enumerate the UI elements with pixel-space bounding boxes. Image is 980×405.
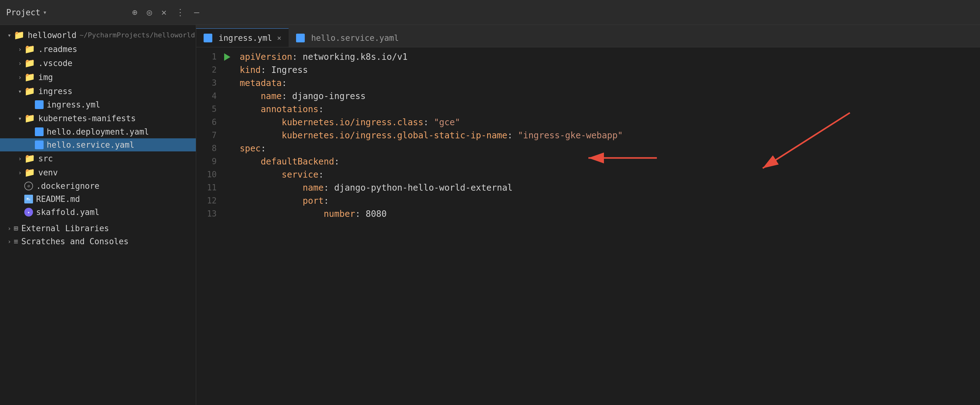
folder-icon: 📁: [24, 153, 35, 164]
main-area: ▾ 📁 helloworld ~/PycharmProjects/hellowo…: [0, 25, 980, 405]
line-num-4: 4: [196, 90, 221, 103]
code-key: kubernetes.io/ingress.global-static-ip-n…: [282, 129, 508, 143]
sidebar-item-kubernetes-manifests[interactable]: ▾ 📁 kubernetes-manifests: [0, 111, 196, 125]
sidebar-item-hello-service[interactable]: hello.service.yaml: [0, 138, 196, 151]
run-icon-line-6: [221, 116, 234, 129]
code-line-12: port:: [240, 195, 974, 207]
sidebar-item-venv[interactable]: › 📁 venv: [0, 166, 196, 179]
run-icon-line-2: [221, 64, 234, 77]
tab-ingress-label: ingress.yml: [218, 33, 272, 43]
sidebar-item-dockerignore[interactable]: ⊘ .dockerignore: [0, 179, 196, 193]
add-icon[interactable]: ⊕: [132, 7, 138, 18]
code-editor[interactable]: 1 2 3 4 5 6 7 8 9 10 11 12 13: [196, 47, 980, 224]
code-area: 1 2 3 4 5 6 7 8 9 10 11 12 13: [196, 47, 980, 224]
external-libraries-label: External Libraries: [21, 224, 109, 233]
line-num-3: 3: [196, 77, 221, 90]
md-file-icon: M↓: [24, 195, 33, 203]
img-label: img: [38, 73, 53, 82]
code-key: number: [324, 207, 355, 221]
run-icon-line-4: [221, 90, 234, 103]
venv-label: venv: [38, 168, 58, 177]
code-line-3: metadata:: [240, 77, 974, 90]
tab-close-icon[interactable]: ✕: [277, 34, 281, 42]
yaml-tab-icon: [204, 33, 212, 42]
folder-icon: 📁: [24, 58, 35, 68]
sidebar-item-img[interactable]: › 📁 img: [0, 70, 196, 84]
run-button[interactable]: [224, 53, 231, 61]
expand-icon: ›: [5, 238, 14, 245]
folder-icon: 📁: [24, 113, 35, 123]
ingress-folder-label: ingress: [38, 87, 73, 96]
hello-service-label: hello.service.yaml: [47, 140, 135, 150]
sidebar-item-external-libraries[interactable]: › ⊞ External Libraries: [0, 222, 196, 235]
project-label: Project: [6, 8, 40, 17]
readme-label: README.md: [36, 195, 80, 204]
code-line-13: number: 8080: [240, 207, 974, 220]
tab-ingress-yaml[interactable]: ingress.yml ✕: [196, 28, 289, 47]
folder-icon: 📁: [24, 72, 35, 82]
line-num-6: 6: [196, 116, 221, 129]
toolbar: Project ▾ ⊕ ◎ ✕ ⋮ —: [0, 0, 980, 25]
scratches-label: Scratches and Consoles: [21, 237, 128, 246]
code-line-1: apiVersion: networking.k8s.io/v1: [240, 51, 974, 64]
tab-hello-service[interactable]: hello.service.yaml: [289, 28, 406, 47]
sidebar-item-readme[interactable]: M↓ README.md: [0, 193, 196, 206]
skaffold-label: skaffold.yaml: [36, 207, 100, 217]
code-line-2: kind: Ingress: [240, 64, 974, 77]
expand-icon: ›: [16, 155, 24, 162]
external-libraries-icon: ⊞: [14, 224, 18, 233]
yaml-file-icon: [35, 128, 44, 136]
close-icon[interactable]: ✕: [161, 7, 167, 18]
no-file-icon: ⊘: [24, 182, 33, 190]
line-num-2: 2: [196, 64, 221, 77]
code-line-11: name: django-python-hello-world-external: [240, 181, 974, 195]
toolbar-icons: ⊕ ◎ ✕ ⋮ —: [132, 7, 199, 18]
project-title[interactable]: Project ▾: [6, 8, 47, 17]
run-icon-line-3: [221, 77, 234, 90]
run-icon-line-10: [221, 168, 234, 181]
line-num-11: 11: [196, 181, 221, 195]
chevron-down-icon: ▾: [43, 8, 47, 16]
line-numbers: 1 2 3 4 5 6 7 8 9 10 11 12 13: [196, 47, 221, 224]
code-key: kubernetes.io/ingress.class: [282, 116, 423, 129]
sidebar-item-src[interactable]: › 📁 src: [0, 151, 196, 166]
minimize-icon[interactable]: —: [194, 7, 199, 18]
sidebar-item-scratches[interactable]: › ≡ Scratches and Consoles: [0, 235, 196, 248]
ingress-yml-label: ingress.yml: [47, 100, 100, 109]
skaffold-file-icon: ✦: [24, 208, 33, 217]
menu-icon[interactable]: ⋮: [176, 7, 185, 18]
toolbar-left: Project ▾ ⊕ ◎ ✕ ⋮ —: [6, 7, 199, 18]
run-icon-line-12: [221, 195, 234, 207]
dockerignore-label: .dockerignore: [36, 181, 100, 191]
code-content[interactable]: apiVersion: networking.k8s.io/v1 kind: I…: [234, 47, 980, 224]
scratches-icon: ≡: [14, 237, 18, 246]
tab-hello-service-label: hello.service.yaml: [311, 33, 399, 43]
folder-icon: 📁: [24, 86, 35, 96]
src-label: src: [38, 154, 53, 163]
sidebar-item-readmes[interactable]: › 📁 .readmes: [0, 42, 196, 56]
run-icon-line-9: [221, 155, 234, 168]
code-key: defaultBackend: [261, 155, 334, 169]
run-icon-line-1[interactable]: [221, 51, 234, 64]
sidebar-item-skaffold[interactable]: ✦ skaffold.yaml: [0, 206, 196, 219]
gutter: [221, 47, 234, 224]
sidebar-item-hello-deployment[interactable]: hello.deployment.yaml: [0, 125, 196, 138]
hello-deployment-label: hello.deployment.yaml: [47, 127, 149, 136]
editor-wrapper: ingress.yml ✕ hello.service.yaml 1 2 3 4…: [196, 25, 980, 405]
folder-icon: 📁: [14, 30, 25, 40]
root-label: helloworld: [28, 30, 76, 40]
line-num-12: 12: [196, 195, 221, 207]
yaml-file-icon: [35, 140, 44, 149]
expand-icon: ›: [16, 59, 24, 67]
code-key: spec: [240, 142, 261, 156]
target-icon[interactable]: ◎: [146, 7, 152, 18]
kubernetes-manifests-label: kubernetes-manifests: [38, 114, 136, 123]
expand-icon: ›: [16, 73, 24, 81]
sidebar-item-vscode[interactable]: › 📁 .vscode: [0, 56, 196, 70]
sidebar-item-helloworld[interactable]: ▾ 📁 helloworld ~/PycharmProjects/hellowo…: [0, 28, 196, 42]
sidebar-item-ingress-folder[interactable]: ▾ 📁 ingress: [0, 84, 196, 98]
code-line-8: spec:: [240, 142, 974, 155]
sidebar-item-ingress-yml[interactable]: ingress.yml: [0, 98, 196, 111]
code-key: apiVersion: [240, 50, 292, 64]
vscode-label: .vscode: [38, 59, 73, 68]
